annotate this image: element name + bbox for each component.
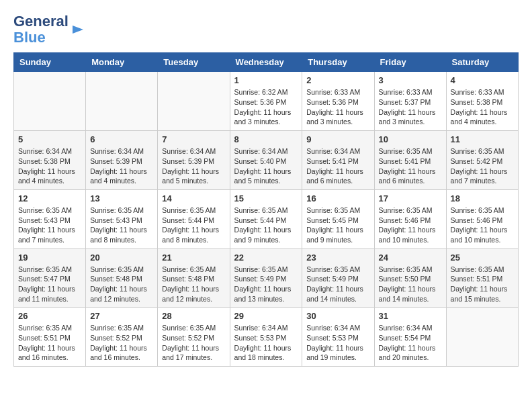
day-info: Sunrise: 6:34 AM Sunset: 5:53 PM Dayligh… xyxy=(306,323,369,363)
svg-marker-0 xyxy=(73,26,83,34)
calendar-week-row: 5Sunrise: 6:34 AM Sunset: 5:38 PM Daylig… xyxy=(14,131,519,190)
calendar-day-cell: 3Sunrise: 6:33 AM Sunset: 5:37 PM Daylig… xyxy=(374,72,446,131)
day-number: 30 xyxy=(306,311,369,321)
day-info: Sunrise: 6:35 AM Sunset: 5:41 PM Dayligh… xyxy=(379,146,442,186)
day-info: Sunrise: 6:34 AM Sunset: 5:53 PM Dayligh… xyxy=(234,323,298,363)
day-info: Sunrise: 6:35 AM Sunset: 5:42 PM Dayligh… xyxy=(451,146,514,186)
day-number: 10 xyxy=(379,134,442,144)
calendar-day-cell: 23Sunrise: 6:35 AM Sunset: 5:49 PM Dayli… xyxy=(302,248,374,308)
calendar-day-cell: 31Sunrise: 6:34 AM Sunset: 5:54 PM Dayli… xyxy=(374,308,446,367)
column-header-thursday: Thursday xyxy=(302,53,374,72)
column-header-sunday: Sunday xyxy=(14,53,86,72)
day-info: Sunrise: 6:34 AM Sunset: 5:39 PM Dayligh… xyxy=(90,146,153,186)
calendar-week-row: 1Sunrise: 6:32 AM Sunset: 5:36 PM Daylig… xyxy=(14,72,519,131)
day-info: Sunrise: 6:35 AM Sunset: 5:49 PM Dayligh… xyxy=(306,265,369,304)
day-info: Sunrise: 6:33 AM Sunset: 5:36 PM Dayligh… xyxy=(306,87,369,127)
day-number: 1 xyxy=(234,75,298,85)
day-info: Sunrise: 6:35 AM Sunset: 5:46 PM Dayligh… xyxy=(451,205,514,245)
calendar-day-cell: 24Sunrise: 6:35 AM Sunset: 5:50 PM Dayli… xyxy=(374,248,446,308)
calendar-day-cell: 8Sunrise: 6:34 AM Sunset: 5:40 PM Daylig… xyxy=(230,131,302,190)
calendar-day-cell: 14Sunrise: 6:35 AM Sunset: 5:44 PM Dayli… xyxy=(158,189,230,248)
day-info: Sunrise: 6:33 AM Sunset: 5:37 PM Dayligh… xyxy=(379,87,442,127)
day-number: 26 xyxy=(18,311,81,321)
calendar-day-cell: 4Sunrise: 6:33 AM Sunset: 5:38 PM Daylig… xyxy=(446,72,518,131)
day-number: 23 xyxy=(306,253,369,263)
day-number: 13 xyxy=(90,193,153,203)
calendar-day-cell: 2Sunrise: 6:33 AM Sunset: 5:36 PM Daylig… xyxy=(302,72,374,131)
calendar-day-cell: 7Sunrise: 6:34 AM Sunset: 5:39 PM Daylig… xyxy=(158,131,230,190)
day-info: Sunrise: 6:35 AM Sunset: 5:48 PM Dayligh… xyxy=(90,265,153,304)
day-number: 7 xyxy=(162,134,225,144)
day-info: Sunrise: 6:35 AM Sunset: 5:45 PM Dayligh… xyxy=(306,205,369,245)
calendar-table: SundayMondayTuesdayWednesdayThursdayFrid… xyxy=(13,52,519,367)
calendar-day-cell: 11Sunrise: 6:35 AM Sunset: 5:42 PM Dayli… xyxy=(446,131,518,190)
day-number: 6 xyxy=(90,134,153,144)
day-number: 14 xyxy=(162,193,225,203)
calendar-empty-cell xyxy=(86,72,158,131)
calendar-header-row: SundayMondayTuesdayWednesdayThursdayFrid… xyxy=(14,53,519,72)
calendar-day-cell: 15Sunrise: 6:35 AM Sunset: 5:44 PM Dayli… xyxy=(230,189,302,248)
day-number: 8 xyxy=(234,134,298,144)
day-info: Sunrise: 6:34 AM Sunset: 5:40 PM Dayligh… xyxy=(234,146,298,186)
day-number: 27 xyxy=(90,311,153,321)
day-info: Sunrise: 6:34 AM Sunset: 5:38 PM Dayligh… xyxy=(18,146,81,186)
day-number: 17 xyxy=(379,193,442,203)
day-number: 22 xyxy=(234,253,298,263)
calendar-day-cell: 12Sunrise: 6:35 AM Sunset: 5:43 PM Dayli… xyxy=(14,189,86,248)
calendar-day-cell: 22Sunrise: 6:35 AM Sunset: 5:49 PM Dayli… xyxy=(230,248,302,308)
day-number: 16 xyxy=(306,193,369,203)
day-info: Sunrise: 6:32 AM Sunset: 5:36 PM Dayligh… xyxy=(234,87,298,127)
day-info: Sunrise: 6:35 AM Sunset: 5:44 PM Dayligh… xyxy=(162,205,225,245)
day-number: 11 xyxy=(451,134,514,144)
column-header-friday: Friday xyxy=(374,53,446,72)
calendar-day-cell: 5Sunrise: 6:34 AM Sunset: 5:38 PM Daylig… xyxy=(14,131,86,190)
calendar-day-cell: 18Sunrise: 6:35 AM Sunset: 5:46 PM Dayli… xyxy=(446,189,518,248)
calendar-empty-cell xyxy=(158,72,230,131)
calendar-day-cell: 9Sunrise: 6:34 AM Sunset: 5:41 PM Daylig… xyxy=(302,131,374,190)
calendar-day-cell: 6Sunrise: 6:34 AM Sunset: 5:39 PM Daylig… xyxy=(86,131,158,190)
calendar-day-cell: 16Sunrise: 6:35 AM Sunset: 5:45 PM Dayli… xyxy=(302,189,374,248)
calendar-day-cell: 26Sunrise: 6:35 AM Sunset: 5:51 PM Dayli… xyxy=(14,308,86,367)
day-number: 25 xyxy=(451,253,514,263)
day-info: Sunrise: 6:35 AM Sunset: 5:43 PM Dayligh… xyxy=(18,205,81,245)
day-number: 29 xyxy=(234,311,298,321)
column-header-monday: Monday xyxy=(86,53,158,72)
day-info: Sunrise: 6:35 AM Sunset: 5:52 PM Dayligh… xyxy=(162,323,225,363)
calendar-week-row: 12Sunrise: 6:35 AM Sunset: 5:43 PM Dayli… xyxy=(14,189,519,248)
calendar-day-cell: 13Sunrise: 6:35 AM Sunset: 5:43 PM Dayli… xyxy=(86,189,158,248)
day-info: Sunrise: 6:35 AM Sunset: 5:46 PM Dayligh… xyxy=(379,205,442,245)
day-info: Sunrise: 6:34 AM Sunset: 5:54 PM Dayligh… xyxy=(379,323,442,363)
day-info: Sunrise: 6:35 AM Sunset: 5:48 PM Dayligh… xyxy=(162,265,225,304)
day-number: 24 xyxy=(379,253,442,263)
column-header-wednesday: Wednesday xyxy=(230,53,302,72)
day-info: Sunrise: 6:35 AM Sunset: 5:49 PM Dayligh… xyxy=(234,265,298,304)
day-info: Sunrise: 6:35 AM Sunset: 5:43 PM Dayligh… xyxy=(90,205,153,245)
day-info: Sunrise: 6:33 AM Sunset: 5:38 PM Dayligh… xyxy=(451,87,514,127)
logo-arrow-icon xyxy=(71,23,85,36)
calendar-week-row: 19Sunrise: 6:35 AM Sunset: 5:47 PM Dayli… xyxy=(14,248,519,308)
logo: GeneralBlue xyxy=(13,13,85,46)
day-number: 3 xyxy=(379,75,442,85)
day-number: 28 xyxy=(162,311,225,321)
page-header: GeneralBlue xyxy=(13,13,519,46)
day-info: Sunrise: 6:35 AM Sunset: 5:51 PM Dayligh… xyxy=(18,323,81,363)
calendar-empty-cell xyxy=(446,308,518,367)
calendar-day-cell: 27Sunrise: 6:35 AM Sunset: 5:52 PM Dayli… xyxy=(86,308,158,367)
day-number: 19 xyxy=(18,253,81,263)
day-info: Sunrise: 6:35 AM Sunset: 5:52 PM Dayligh… xyxy=(90,323,153,363)
calendar-day-cell: 10Sunrise: 6:35 AM Sunset: 5:41 PM Dayli… xyxy=(374,131,446,190)
calendar-week-row: 26Sunrise: 6:35 AM Sunset: 5:51 PM Dayli… xyxy=(14,308,519,367)
calendar-day-cell: 20Sunrise: 6:35 AM Sunset: 5:48 PM Dayli… xyxy=(86,248,158,308)
calendar-day-cell: 28Sunrise: 6:35 AM Sunset: 5:52 PM Dayli… xyxy=(158,308,230,367)
day-info: Sunrise: 6:34 AM Sunset: 5:39 PM Dayligh… xyxy=(162,146,225,186)
day-number: 31 xyxy=(379,311,442,321)
day-number: 5 xyxy=(18,134,81,144)
day-number: 20 xyxy=(90,253,153,263)
day-info: Sunrise: 6:35 AM Sunset: 5:47 PM Dayligh… xyxy=(18,265,81,304)
day-number: 18 xyxy=(451,193,514,203)
calendar-day-cell: 25Sunrise: 6:35 AM Sunset: 5:51 PM Dayli… xyxy=(446,248,518,308)
logo-text: GeneralBlue xyxy=(13,13,69,46)
day-number: 2 xyxy=(306,75,369,85)
column-header-saturday: Saturday xyxy=(446,53,518,72)
column-header-tuesday: Tuesday xyxy=(158,53,230,72)
